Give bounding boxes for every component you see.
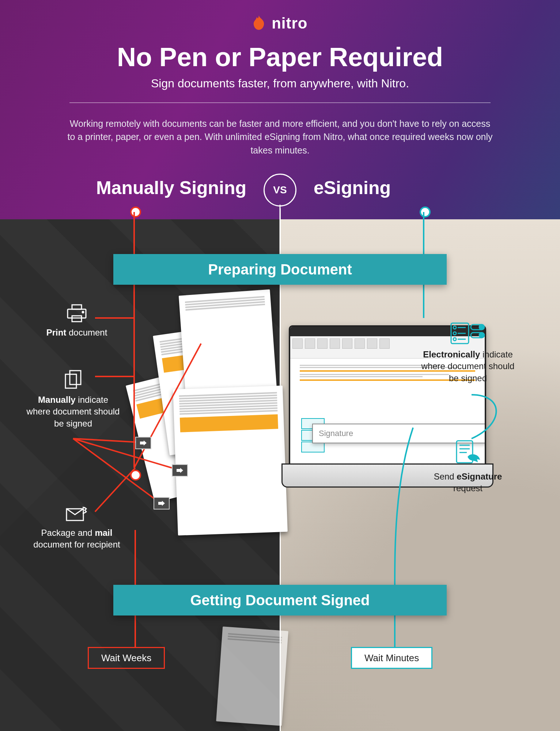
- step-electronic-text: Electronically indicate where document s…: [420, 349, 515, 384]
- step-send-request: Send eSignature request: [420, 439, 515, 495]
- printer-icon: [29, 303, 124, 323]
- column-heading-esign: eSigning: [314, 177, 391, 198]
- brand-text: nitro: [272, 15, 307, 32]
- section-preparing-label: Preparing Document: [208, 261, 352, 278]
- wait-weeks-badge: Wait Weeks: [88, 647, 165, 669]
- step-manual-indicate: Manually indicate where document should …: [26, 369, 121, 429]
- node-esign-start: [420, 207, 431, 217]
- mail-icon: [29, 504, 124, 523]
- svg-rect-16: [72, 305, 82, 309]
- wait-minutes-label: Wait Minutes: [364, 652, 419, 664]
- svg-rect-17: [72, 316, 82, 322]
- section-getting-signed: Getting Document Signed: [113, 585, 447, 616]
- node-manual-mid: [130, 470, 141, 481]
- documents-icon: [26, 369, 121, 390]
- form-fields-icon: [420, 322, 515, 345]
- vs-label: VS: [273, 184, 287, 196]
- nitro-flame-icon: [253, 15, 265, 30]
- wait-minutes-badge: Wait Minutes: [351, 647, 432, 669]
- sign-here-sticker: [172, 464, 188, 477]
- step-send-text: Send eSignature request: [420, 471, 515, 495]
- step-manual-indicate-text: Manually indicate where document should …: [26, 394, 121, 429]
- svg-rect-15: [68, 309, 86, 318]
- column-heading-manual: Manually Signing: [96, 177, 246, 198]
- step-electronic-indicate: Electronically indicate where document s…: [420, 322, 515, 384]
- step-mail-text: Package and mail document for recipient: [29, 527, 124, 551]
- sign-here-sticker: [154, 497, 170, 510]
- svg-rect-20: [70, 371, 81, 385]
- svg-rect-19: [65, 374, 76, 388]
- section-signed-label: Getting Document Signed: [190, 592, 370, 609]
- svg-point-25: [453, 332, 456, 335]
- wait-weeks-label: Wait Weeks: [101, 652, 151, 664]
- intro-paragraph: Working remotely with documents can be f…: [66, 117, 494, 157]
- svg-point-30: [479, 325, 484, 330]
- node-manual-start: [130, 207, 141, 217]
- svg-point-27: [453, 338, 456, 341]
- vs-badge: VS: [264, 174, 296, 207]
- send-document-icon: [420, 439, 515, 467]
- sign-here-sticker: [135, 437, 151, 449]
- section-preparing: Preparing Document: [113, 254, 447, 285]
- page-subtitle: Sign documents faster, from anywhere, wi…: [0, 77, 560, 90]
- svg-point-32: [479, 333, 484, 338]
- brand-logo: nitro: [0, 15, 560, 32]
- bg-paper: [216, 626, 288, 726]
- step-mail: Package and mail document for recipient: [29, 504, 124, 551]
- step-print: Print document: [29, 303, 124, 338]
- signature-placeholder: Signature: [319, 429, 353, 438]
- page-title: No Pen or Paper Required: [0, 42, 560, 72]
- svg-point-18: [82, 311, 84, 313]
- divider-rule: [69, 102, 491, 103]
- svg-point-23: [453, 326, 456, 329]
- step-print-text: Print document: [29, 327, 124, 338]
